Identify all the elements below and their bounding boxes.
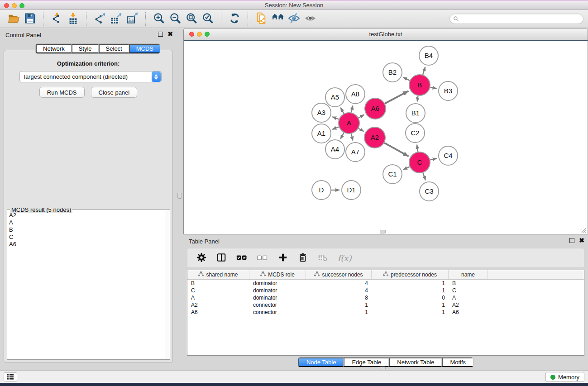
float-panel-icon[interactable] xyxy=(158,32,163,37)
search-input[interactable] xyxy=(461,15,583,23)
result-list-item[interactable]: A6 xyxy=(9,241,165,248)
graph-node-A7[interactable]: A7 xyxy=(346,143,365,162)
graph-node-D1[interactable]: D1 xyxy=(342,181,361,200)
graph-node-C3[interactable]: C3 xyxy=(420,182,439,201)
graph-node-B2[interactable]: B2 xyxy=(383,63,402,82)
graph-edge-B-B4[interactable] xyxy=(423,67,425,75)
graph-edge-C-C2[interactable] xyxy=(417,145,418,152)
graph-node-A3[interactable]: A3 xyxy=(312,103,331,122)
graph-node-A5[interactable]: A5 xyxy=(325,88,344,107)
graph-edge-A-A4[interactable] xyxy=(340,133,344,139)
result-list-item[interactable]: C xyxy=(9,234,165,241)
network-from-file-button[interactable] xyxy=(253,11,269,27)
table-row[interactable]: Bdominator41B xyxy=(187,280,584,287)
zoom-selected-button[interactable] xyxy=(200,11,216,27)
graph-edge-A-A3[interactable] xyxy=(332,117,339,119)
graph-node-C2[interactable]: C2 xyxy=(406,124,425,143)
tab-edge-table[interactable]: Edge Table xyxy=(344,357,389,367)
settings-gear-button[interactable] xyxy=(196,251,206,265)
column-header-MCDS-role[interactable]: MCDS role xyxy=(249,270,306,279)
network-close-icon[interactable] xyxy=(189,32,194,37)
search-box[interactable] xyxy=(449,14,583,24)
bottom-splitter-grip[interactable] xyxy=(380,367,386,369)
graph-node-A6[interactable]: A6 xyxy=(365,98,386,119)
tab-style[interactable]: Style xyxy=(72,44,99,53)
graph-edge-B-B1[interactable] xyxy=(417,96,418,102)
open-session-button[interactable] xyxy=(5,11,22,27)
select-all-button[interactable] xyxy=(236,251,247,265)
zoom-in-button[interactable] xyxy=(151,11,167,27)
network-zoom-icon[interactable] xyxy=(205,32,210,37)
table-row[interactable]: Adominator80A xyxy=(187,294,584,301)
home-button[interactable] xyxy=(269,11,286,27)
zoom-window-icon[interactable] xyxy=(19,3,24,8)
run-mcds-button[interactable]: Run MCDS xyxy=(39,87,85,98)
close-window-icon[interactable] xyxy=(4,3,9,8)
tab-node-table[interactable]: Node Table xyxy=(298,357,344,367)
graph-edge-A-A6[interactable] xyxy=(359,115,364,118)
graph-edge-B-B3[interactable] xyxy=(430,87,437,89)
result-list-item[interactable]: B xyxy=(9,226,165,234)
graph-node-A1[interactable]: A1 xyxy=(312,124,331,143)
graph-node-C4[interactable]: C4 xyxy=(439,146,458,165)
criterion-dropdown[interactable]: largest connected component (directed) xyxy=(19,71,162,82)
graph-edge-A6-B[interactable] xyxy=(385,91,408,104)
memory-button[interactable]: Memory xyxy=(545,372,584,382)
network-window-titlebar[interactable]: testGlobe.txt xyxy=(184,29,588,40)
tab-mcds[interactable]: MCDS xyxy=(129,44,160,53)
graph-node-C[interactable]: C xyxy=(409,152,430,173)
graph-edge-A-A5[interactable] xyxy=(340,108,344,114)
result-list-item[interactable]: A xyxy=(9,219,165,226)
close-table-panel-icon[interactable]: ✖ xyxy=(579,238,584,243)
zoom-fit-button[interactable] xyxy=(183,11,200,27)
column-header-successor-nodes[interactable]: successor nodes xyxy=(306,270,372,279)
graph-node-B[interactable]: B xyxy=(409,75,430,95)
graph-edge-C-C4[interactable] xyxy=(430,158,436,160)
column-header-shared-name[interactable]: shared name xyxy=(187,270,249,279)
horizontal-splitter-grip[interactable] xyxy=(380,230,386,234)
zoom-out-button[interactable] xyxy=(167,11,183,27)
tab-motifs[interactable]: Motifs xyxy=(442,357,473,367)
graph-edge-C-C1[interactable] xyxy=(403,167,410,170)
graph-edge-A-A7[interactable] xyxy=(351,133,353,140)
network-minimize-icon[interactable] xyxy=(197,32,202,37)
table-row[interactable]: A2connector11A2 xyxy=(187,301,584,309)
table-row[interactable]: Cdominator41C xyxy=(187,287,584,294)
graph-edge-C-C3[interactable] xyxy=(423,173,425,180)
resize-handle-icon[interactable] xyxy=(580,227,587,233)
close-panel-button[interactable]: Close panel xyxy=(91,87,138,98)
tab-network-table[interactable]: Network Table xyxy=(389,357,442,367)
tab-network[interactable]: Network xyxy=(36,44,72,53)
save-session-button[interactable] xyxy=(22,11,38,27)
import-table-button[interactable] xyxy=(65,11,81,27)
graph-node-B3[interactable]: B3 xyxy=(439,81,458,100)
column-header-predecessor-nodes[interactable]: predecessor nodes xyxy=(372,270,449,279)
result-scrollbar[interactable] xyxy=(165,210,170,359)
vertical-splitter-grip[interactable] xyxy=(177,193,182,199)
show-all-button[interactable] xyxy=(302,11,318,27)
graph-node-A4[interactable]: A4 xyxy=(325,140,344,159)
graph-node-A8[interactable]: A8 xyxy=(346,85,365,104)
graph-edge-A2-C[interactable] xyxy=(384,143,409,157)
graph-node-A[interactable]: A xyxy=(339,113,359,133)
graph-edge-A-A1[interactable] xyxy=(332,127,339,129)
task-history-button[interactable] xyxy=(4,372,17,381)
delete-column-button[interactable] xyxy=(298,251,308,265)
graph-node-A2[interactable]: A2 xyxy=(364,127,385,148)
hide-selected-button[interactable] xyxy=(286,11,302,27)
tab-select[interactable]: Select xyxy=(99,44,129,53)
refresh-button[interactable] xyxy=(226,11,243,27)
graph-node-B1[interactable]: B1 xyxy=(406,104,425,123)
column-layout-button[interactable] xyxy=(216,251,226,265)
export-image-button[interactable] xyxy=(124,11,140,27)
graph-node-C1[interactable]: C1 xyxy=(383,165,402,184)
graph-edge-A-A8[interactable] xyxy=(351,105,353,112)
graph-edge-A-A2[interactable] xyxy=(359,129,364,132)
export-table-button[interactable] xyxy=(108,11,124,27)
graph-node-B4[interactable]: B4 xyxy=(419,46,438,65)
deselect-all-button[interactable] xyxy=(257,251,268,265)
import-network-button[interactable] xyxy=(48,11,65,27)
close-panel-icon[interactable]: ✖ xyxy=(167,32,173,37)
graph-edge-B-B2[interactable] xyxy=(403,77,410,81)
minimize-window-icon[interactable] xyxy=(12,3,17,8)
